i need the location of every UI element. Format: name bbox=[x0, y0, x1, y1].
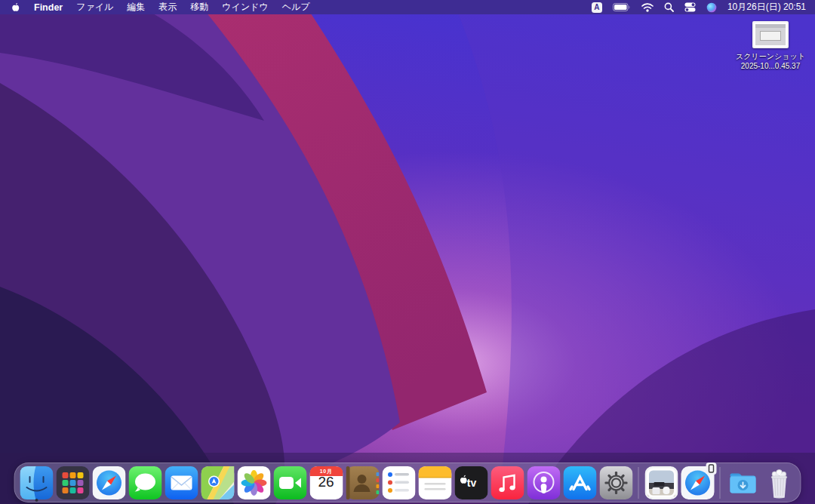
apple-tv-label: tv bbox=[467, 477, 476, 489]
calendar-day-label: 26 bbox=[309, 474, 343, 490]
spotlight-search-icon[interactable] bbox=[664, 2, 674, 12]
menu-view[interactable]: 表示 bbox=[158, 1, 177, 14]
dock-music[interactable] bbox=[491, 466, 524, 499]
dock-safari-from-iphone-handoff[interactable] bbox=[681, 466, 715, 499]
dock-trash-full[interactable] bbox=[762, 466, 796, 499]
dock-separator bbox=[638, 467, 639, 499]
dock-downloads-folder[interactable] bbox=[726, 466, 760, 499]
menu-go[interactable]: 移動 bbox=[190, 1, 208, 14]
menu-help[interactable]: ヘルプ bbox=[282, 1, 310, 14]
dock-podcasts[interactable] bbox=[527, 466, 561, 499]
dock-reminders[interactable] bbox=[382, 466, 416, 499]
dock-finder[interactable] bbox=[20, 466, 54, 499]
iphone-badge bbox=[706, 463, 716, 475]
dock-photos[interactable] bbox=[237, 466, 271, 499]
battery-icon[interactable] bbox=[613, 3, 631, 11]
dock-calendar[interactable]: 10月 26 bbox=[309, 466, 343, 499]
dock-facetime[interactable] bbox=[273, 466, 307, 499]
dock-contacts[interactable] bbox=[346, 466, 380, 499]
dock-separator bbox=[720, 467, 721, 499]
dock-messages[interactable] bbox=[128, 466, 162, 499]
control-center-icon[interactable] bbox=[684, 2, 696, 12]
wallpaper-monterey bbox=[0, 0, 815, 504]
dock: 10月 26 bbox=[14, 463, 801, 502]
dock-notes[interactable] bbox=[418, 466, 452, 499]
menu-window[interactable]: ウインドウ bbox=[222, 1, 268, 14]
dock-apple-tv[interactable]: tv bbox=[454, 466, 488, 499]
dock-app-store[interactable] bbox=[563, 466, 597, 499]
wifi-icon[interactable] bbox=[641, 3, 654, 12]
menu-edit[interactable]: 編集 bbox=[127, 1, 145, 14]
menu-bar-clock[interactable]: 10月26日(日) 20:51 bbox=[727, 1, 806, 14]
macos-desktop: Finder ファイル 編集 表示 移動 ウインドウ ヘルプ A bbox=[0, 0, 815, 504]
apple-logo-icon[interactable] bbox=[11, 2, 20, 13]
active-app-name[interactable]: Finder bbox=[34, 2, 63, 13]
dock-launchpad[interactable] bbox=[56, 466, 90, 499]
finder-running-indicator bbox=[35, 499, 38, 502]
desktop-screenshot-file[interactable]: スクリーンショット 2025-10...0.45.37 bbox=[729, 21, 812, 71]
screenshot-file-label: スクリーンショット 2025-10...0.45.37 bbox=[736, 52, 805, 71]
menu-bar: Finder ファイル 編集 表示 移動 ウインドウ ヘルプ A bbox=[0, 0, 815, 14]
dock-system-preferences[interactable] bbox=[599, 466, 633, 499]
dock-safari[interactable] bbox=[92, 466, 126, 499]
screenshot-thumbnail bbox=[752, 21, 789, 48]
dock-maps[interactable] bbox=[201, 466, 235, 499]
menu-file[interactable]: ファイル bbox=[76, 1, 113, 14]
siri-icon[interactable] bbox=[706, 2, 717, 13]
dock-mail[interactable] bbox=[165, 466, 198, 499]
input-source-icon[interactable]: A bbox=[592, 2, 602, 13]
dock-recent-screenshot-preview[interactable] bbox=[644, 466, 678, 499]
